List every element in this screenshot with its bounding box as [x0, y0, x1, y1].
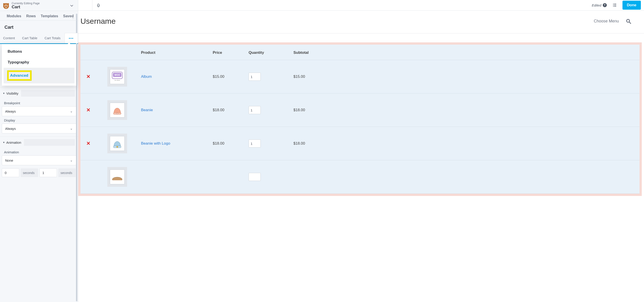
drag-grip-icon[interactable]: [72, 14, 74, 19]
search-button[interactable]: [624, 17, 633, 26]
product-subtotal: $18.00: [291, 127, 640, 160]
tab-rows[interactable]: Rows: [26, 14, 36, 18]
svg-point-19: [116, 146, 118, 148]
animation-delay-input[interactable]: 0: [2, 168, 19, 177]
animation-select[interactable]: None ⌄: [2, 155, 76, 165]
breakpoint-select[interactable]: Always ⌄: [2, 106, 76, 116]
col-header-subtotal: Subtotal: [291, 44, 640, 60]
cart-row: ✕ Beanie$18.00$18.00: [80, 94, 640, 127]
cart-row: ✕ WOO the album Album$15.00$15.00: [80, 60, 640, 94]
svg-point-20: [112, 177, 122, 180]
cart-table: Product Price Quantity Subtotal ✕ WOO th…: [80, 44, 640, 194]
product-thumbnail[interactable]: WOO the album: [107, 67, 127, 86]
help-icon[interactable]: ?: [603, 3, 607, 7]
dropdown-item-advanced[interactable]: Advanced: [4, 68, 74, 84]
svg-text:the album: the album: [114, 80, 120, 81]
search-icon: [626, 18, 632, 24]
section-visibility-header[interactable]: ▾ Visibility: [0, 88, 78, 99]
done-button[interactable]: Done: [622, 1, 641, 10]
section-header-filler: [21, 90, 75, 97]
advanced-highlight: Advanced: [8, 71, 31, 80]
chevron-down-icon: ⌄: [70, 126, 73, 130]
overflow-dropdown: Buttons Typography Advanced: [2, 44, 76, 86]
remove-item-button[interactable]: ✕: [86, 140, 90, 146]
svg-point-4: [5, 6, 6, 6]
tab-templates[interactable]: Templates: [41, 14, 58, 18]
animation-timing-row: 0 seconds 1 seconds: [0, 168, 78, 177]
svg-point-8: [3, 3, 5, 5]
editing-page-name: Cart: [12, 4, 40, 10]
notifications-button[interactable]: [95, 2, 102, 9]
cart-row: ✕ Beanie with Logo$18.00$18.00: [80, 127, 640, 160]
quantity-input[interactable]: [248, 140, 261, 148]
outline-icon: [612, 3, 617, 8]
choose-menu-link[interactable]: Choose Menu: [594, 19, 619, 24]
cart-module: Product Price Quantity Subtotal ✕ WOO th…: [78, 42, 642, 196]
svg-rect-17: [116, 113, 118, 114]
beaver-logo-icon: [2, 2, 10, 10]
builder-main-tabs: Modules Rows Templates Saved: [0, 11, 78, 21]
quantity-input[interactable]: [248, 106, 261, 114]
svg-rect-7: [6, 7, 6, 8]
sidebar-header: Currently Editing Page Cart: [0, 0, 78, 11]
product-name-link[interactable]: Beanie: [141, 108, 153, 112]
page-switcher-toggle[interactable]: [68, 2, 75, 9]
module-tab-cart-totals[interactable]: Cart Totals: [42, 33, 64, 43]
remove-item-button[interactable]: ✕: [86, 107, 90, 113]
page-header: Username Choose Menu: [78, 10, 644, 34]
chevron-down-icon: [70, 4, 74, 8]
svg-line-11: [629, 22, 631, 24]
product-name-link[interactable]: Album: [141, 74, 152, 79]
dropdown-item-buttons[interactable]: Buttons: [4, 46, 74, 57]
chevron-down-icon: ▾: [3, 92, 4, 95]
product-subtotal: $18.00: [291, 94, 640, 127]
animation-delay-unit: seconds: [20, 168, 38, 177]
module-tab-overflow[interactable]: •••: [64, 33, 78, 43]
product-price: $15.00: [210, 60, 246, 94]
product-thumbnail[interactable]: [107, 134, 127, 153]
module-tab-content[interactable]: Content: [0, 33, 19, 43]
module-title: Cart: [0, 21, 78, 33]
svg-point-9: [8, 3, 9, 5]
product-name-link[interactable]: Beanie with Logo: [141, 141, 170, 146]
module-tab-cart-table[interactable]: Cart Table: [19, 33, 42, 43]
edited-status: Edited ?: [592, 3, 607, 7]
breakpoint-value: Always: [5, 110, 16, 113]
svg-text:WOO: WOO: [114, 74, 120, 76]
col-header-quantity: Quantity: [246, 44, 291, 60]
product-subtotal: $15.00: [291, 60, 640, 94]
breakpoint-label: Breakpoint: [0, 99, 78, 106]
module-settings-tabs: Content Cart Table Cart Totals •••: [0, 33, 78, 43]
product-thumbnail[interactable]: [107, 100, 127, 120]
display-label: Display: [0, 116, 78, 124]
dropdown-item-typography[interactable]: Typography: [4, 57, 74, 68]
builder-sidebar: Currently Editing Page Cart Modules Rows…: [0, 0, 78, 302]
chevron-down-icon: ⌄: [70, 109, 73, 113]
remove-item-button[interactable]: ✕: [86, 74, 90, 79]
section-animation-label: Animation: [6, 140, 21, 144]
product-price: $18.00: [210, 127, 246, 160]
bell-icon: [96, 3, 101, 8]
section-animation-header[interactable]: ▾ Animation: [0, 136, 78, 148]
quantity-input[interactable]: [248, 73, 261, 81]
tab-modules[interactable]: Modules: [7, 14, 21, 18]
outline-toggle[interactable]: [611, 1, 618, 9]
display-value: Always: [5, 127, 16, 130]
product-thumbnail[interactable]: [107, 167, 127, 187]
cart-row: [80, 160, 640, 194]
animation-value: None: [5, 158, 13, 162]
display-select[interactable]: Always ⌄: [2, 124, 76, 134]
section-header-filler: [24, 139, 75, 146]
builder-topbar: Edited ? Done: [78, 0, 644, 10]
animation-duration-input[interactable]: 1: [40, 168, 57, 177]
animation-duration-unit: seconds: [58, 168, 76, 177]
col-header-product: Product: [139, 44, 210, 60]
col-header-price: Price: [210, 44, 246, 60]
quantity-input[interactable]: [248, 173, 261, 181]
svg-point-5: [7, 6, 7, 6]
chevron-down-icon: ▾: [3, 141, 4, 144]
chevron-down-icon: ⌄: [70, 158, 73, 162]
product-price: $18.00: [210, 94, 246, 127]
animation-label: Animation: [0, 148, 78, 155]
section-visibility-label: Visibility: [6, 92, 18, 95]
